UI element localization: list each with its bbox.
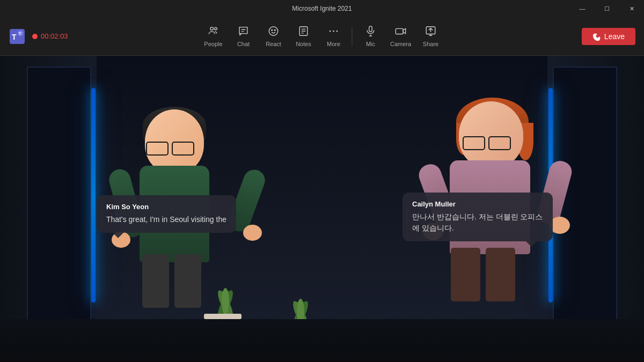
speaker-left-speech: That's great, I'm in Seoul visiting the (106, 214, 226, 225)
chat-button[interactable]: Chat (230, 20, 258, 53)
plant-leaves-left (204, 280, 247, 317)
svg-point-10 (274, 29, 275, 31)
react-icon (268, 25, 280, 39)
svg-point-17 (336, 31, 338, 32)
glasses-right (463, 136, 511, 150)
toolbar-separator (352, 27, 353, 46)
camera-button[interactable]: Camera (387, 20, 415, 53)
people-icon (208, 25, 219, 39)
leg-right-1 (451, 248, 480, 301)
share-button[interactable]: Share (417, 20, 445, 53)
react-label: React (266, 41, 281, 47)
people-button[interactable]: People (200, 20, 228, 53)
title-bar: Microsoft Ignite 2021 — ☐ ✕ (0, 0, 644, 17)
leave-button[interactable]: Leave (582, 28, 635, 45)
door-left (27, 67, 91, 324)
main-content: Kim So Yeon That's great, I'm in Seoul v… (0, 56, 644, 362)
hand-left-right (243, 225, 262, 241)
more-icon (328, 25, 340, 39)
svg-point-8 (269, 27, 278, 36)
svg-point-15 (330, 31, 331, 32)
toolbar-right: Leave (582, 28, 635, 45)
leg-left-2 (174, 254, 201, 308)
teams-logo-icon: T T (9, 28, 26, 45)
leave-label: Leave (604, 32, 625, 41)
share-icon (425, 25, 437, 39)
svg-point-27 (222, 288, 229, 315)
speech-bubble-left: Kim So Yeon That's great, I'm in Seoul v… (97, 195, 236, 233)
maximize-button[interactable]: ☐ (595, 0, 619, 17)
pot-rim-left (204, 314, 241, 319)
more-button[interactable]: More (320, 20, 348, 53)
toolbar: T T 00:02:03 People (0, 17, 644, 56)
svg-point-5 (215, 27, 217, 30)
chat-icon (238, 25, 250, 39)
camera-label: Camera (390, 41, 411, 47)
share-label: Share (423, 41, 438, 47)
minimize-button[interactable]: — (570, 0, 595, 17)
speaker-left-name: Kim So Yeon (106, 203, 226, 211)
svg-text:T: T (19, 32, 21, 35)
window-controls: — ☐ ✕ (570, 0, 644, 17)
svg-point-4 (210, 27, 214, 31)
chat-label: Chat (237, 41, 250, 47)
more-label: More (327, 41, 340, 47)
mic-label: Mic (366, 41, 375, 47)
window-title: Microsoft Ignite 2021 (292, 5, 352, 12)
speaker-right-speech: 만나서 반갑습니다. 저는 더블린 오피스에 있습니다. (412, 211, 543, 234)
speaker-right-name: Cailyn Muller (412, 200, 543, 208)
leg-right-2 (486, 248, 515, 301)
recording-dot (32, 34, 38, 39)
camera-icon (395, 25, 407, 39)
svg-rect-21 (396, 28, 403, 34)
recording-indicator: 00:02:03 (32, 32, 68, 40)
svg-text:T: T (12, 33, 17, 41)
floor (0, 319, 644, 362)
notes-icon (298, 25, 310, 39)
close-button[interactable]: ✕ (619, 0, 644, 17)
glasses-left (146, 142, 194, 155)
svg-point-16 (333, 31, 334, 32)
notes-button[interactable]: Notes (290, 20, 318, 53)
react-button[interactable]: React (260, 20, 288, 53)
people-label: People (204, 41, 222, 47)
leg-left-1 (142, 254, 169, 308)
svg-point-9 (272, 29, 273, 31)
svg-rect-18 (369, 26, 372, 32)
mic-icon (365, 25, 377, 39)
head-right (459, 101, 523, 168)
leave-icon (592, 32, 601, 41)
toolbar-center: People Chat (200, 20, 445, 53)
recording-time: 00:02:03 (41, 32, 68, 40)
mic-button[interactable]: Mic (357, 20, 385, 53)
speech-bubble-right: Cailyn Muller 만나서 반갑습니다. 저는 더블린 오피스에 있습니… (402, 193, 553, 241)
notes-label: Notes (296, 41, 311, 47)
